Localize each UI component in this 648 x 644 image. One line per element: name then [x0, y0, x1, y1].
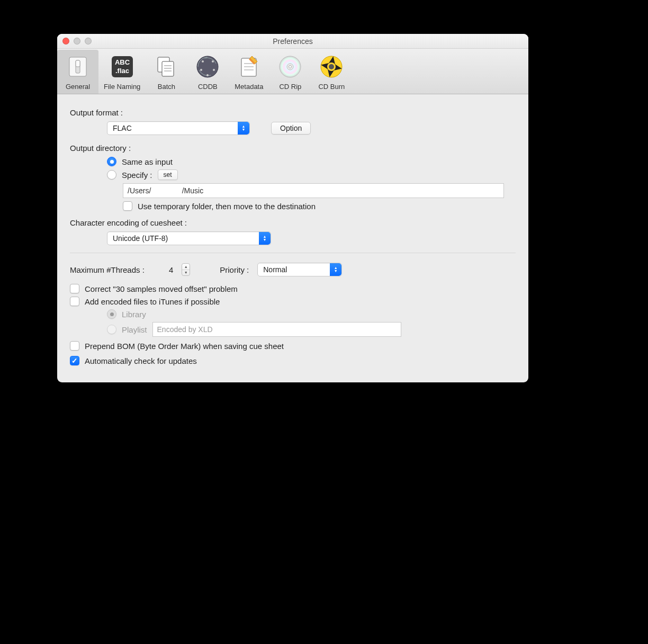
checkbox-prepend-bom[interactable]	[70, 341, 79, 351]
tab-cddb[interactable]: CDDB	[187, 50, 228, 94]
priority-popup[interactable]: Normal ▲▼	[257, 263, 342, 276]
itunes-playlist-name-value: Encoded by XLD	[157, 325, 213, 334]
output-directory-path-text: /Users/ /Music	[128, 186, 203, 195]
radio-same-as-input-label: Same as input	[122, 157, 173, 166]
svg-point-29	[329, 64, 334, 69]
traffic-lights	[62, 38, 92, 44]
option-button[interactable]: Option	[271, 122, 311, 135]
radio-specify-label: Specify :	[122, 171, 152, 180]
tab-file-naming[interactable]: ABC .flac File Naming	[98, 50, 146, 94]
minimize-button[interactable]	[74, 38, 80, 44]
checkbox-add-to-itunes[interactable]	[70, 297, 79, 306]
svg-point-26	[289, 66, 292, 68]
tab-label: File Naming	[104, 83, 140, 91]
cuesheet-encoding-label: Character encoding of cuesheet :	[70, 218, 516, 227]
cuesheet-encoding-value: Unicode (UTF-8)	[107, 234, 259, 243]
cddb-icon	[194, 53, 221, 80]
threads-label: Maximum #Threads :	[70, 265, 145, 274]
tab-label: Metadata	[235, 83, 263, 91]
output-directory-label: Output directory :	[70, 144, 516, 153]
window-title: Preferences	[273, 37, 312, 46]
radio-same-as-input[interactable]	[107, 157, 116, 166]
separator	[70, 253, 516, 253]
cuesheet-encoding-popup[interactable]: Unicode (UTF-8) ▲▼	[107, 231, 271, 245]
threads-stepper[interactable]: ▲ ▼	[182, 263, 190, 276]
tab-general[interactable]: General	[57, 50, 98, 94]
radio-itunes-library	[107, 309, 116, 319]
cd-icon	[276, 53, 304, 80]
tab-cd-burn[interactable]: CD Burn	[311, 50, 352, 94]
add-to-itunes-label: Add encoded files to iTunes if possible	[85, 297, 220, 306]
svg-text:ABC: ABC	[115, 58, 130, 66]
chevron-updown-icon: ▲▼	[238, 122, 249, 135]
tab-metadata[interactable]: Metadata	[228, 50, 269, 94]
priority-label: Priority :	[220, 265, 249, 274]
preferences-window: Preferences General ABC .flac File	[57, 34, 528, 382]
prepend-bom-label: Prepend BOM (Byte Order Mark) when savin…	[85, 342, 284, 351]
tab-batch[interactable]: Batch	[146, 50, 187, 94]
content-pane: Output format : FLAC ▲▼ Option Output di…	[57, 94, 528, 382]
correct-offset-label: Correct "30 samples moved offset" proble…	[85, 284, 238, 293]
checkbox-correct-offset[interactable]	[70, 284, 79, 293]
output-directory-path[interactable]: /Users/ /Music	[123, 183, 504, 198]
stepper-up-icon: ▲	[182, 264, 190, 270]
tab-label: CD Burn	[318, 83, 345, 91]
svg-point-14	[212, 60, 214, 62]
general-icon	[64, 53, 92, 80]
svg-point-15	[200, 69, 202, 71]
tab-cd-rip[interactable]: CD Rip	[269, 50, 311, 94]
itunes-library-label: Library	[122, 310, 146, 319]
radio-specify[interactable]	[107, 170, 116, 180]
svg-point-16	[213, 69, 215, 71]
zoom-button[interactable]	[85, 38, 92, 44]
priority-value: Normal	[258, 265, 330, 274]
radio-itunes-playlist	[107, 325, 116, 334]
svg-text:.flac: .flac	[115, 67, 129, 75]
use-temp-folder-label: Use temporary folder, then move to the d…	[138, 202, 316, 211]
itunes-playlist-name-field: Encoded by XLD	[152, 322, 401, 337]
output-format-popup[interactable]: FLAC ▲▼	[107, 121, 250, 135]
toolbar: General ABC .flac File Naming	[57, 49, 528, 94]
checkbox-use-temp-folder[interactable]	[123, 201, 132, 211]
tab-label: CD Rip	[279, 83, 301, 91]
titlebar: Preferences	[57, 34, 528, 49]
checkbox-auto-update[interactable]	[70, 356, 79, 365]
file-naming-icon: ABC .flac	[109, 53, 136, 80]
batch-icon	[152, 53, 180, 80]
svg-rect-7	[162, 61, 174, 76]
threads-value: 4	[169, 265, 173, 274]
output-format-value: FLAC	[107, 124, 238, 132]
chevron-updown-icon: ▲▼	[259, 232, 271, 245]
metadata-icon	[235, 53, 263, 80]
set-button[interactable]: set	[158, 169, 178, 180]
svg-point-17	[206, 74, 209, 76]
burn-icon	[318, 53, 345, 80]
stepper-down-icon: ▼	[182, 270, 190, 276]
output-format-label: Output format :	[70, 108, 516, 117]
tab-label: CDDB	[198, 83, 218, 91]
close-button[interactable]	[62, 38, 69, 44]
tab-label: Batch	[158, 83, 175, 91]
auto-update-label: Automatically check for updates	[85, 356, 197, 365]
svg-point-13	[202, 60, 204, 62]
svg-rect-2	[76, 60, 80, 67]
itunes-playlist-label: Playlist	[122, 325, 147, 334]
tab-label: General	[66, 83, 90, 91]
chevron-updown-icon: ▲▼	[330, 263, 341, 276]
